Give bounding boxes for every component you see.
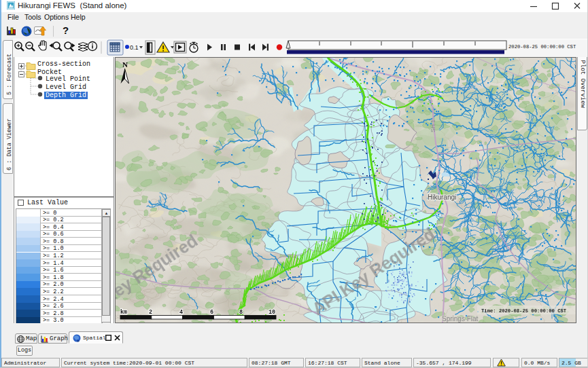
svg-text:6: 6 bbox=[210, 309, 213, 316]
svg-text:2: 2 bbox=[149, 309, 152, 316]
svg-text:Time: 2020-08-25 00:00:00 CST: Time: 2020-08-25 00:00:00 CST bbox=[481, 308, 567, 314]
svg-text:4: 4 bbox=[179, 309, 183, 316]
svg-text:N: N bbox=[122, 60, 128, 69]
svg-text:km: km bbox=[120, 309, 127, 316]
svg-text:8: 8 bbox=[239, 309, 243, 316]
svg-text:Hikurangi: Hikurangi bbox=[428, 194, 456, 201]
svg-text:10: 10 bbox=[269, 309, 275, 316]
svg-text:Springs Flat: Springs Flat bbox=[442, 315, 479, 323]
svg-text:0.1: 0.1 bbox=[130, 44, 139, 51]
svg-text:SH 1: SH 1 bbox=[430, 119, 436, 132]
svg-text:2020-08-25 00:00:00 CST: 2020-08-25 00:00:00 CST bbox=[508, 44, 576, 50]
